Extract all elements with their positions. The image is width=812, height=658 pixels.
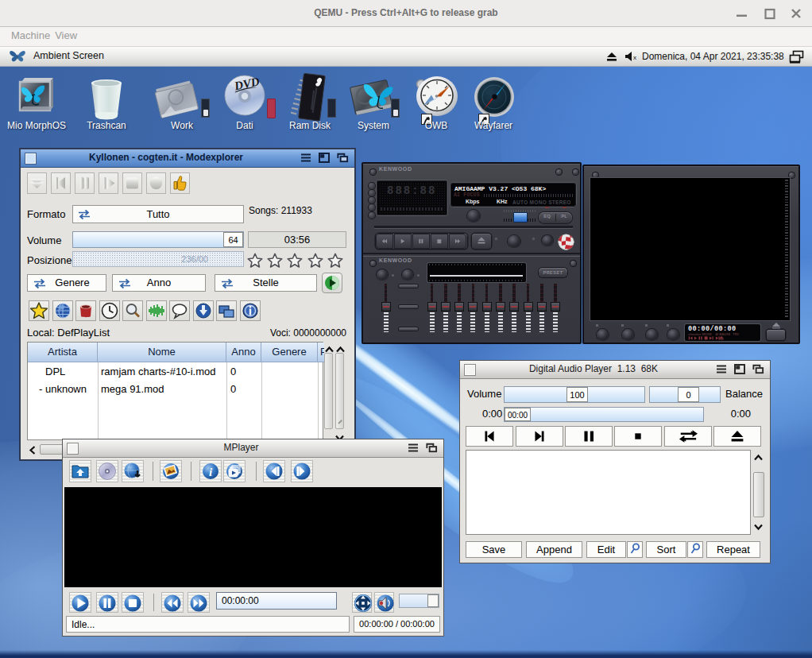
- svg-text:x: x: [633, 54, 636, 61]
